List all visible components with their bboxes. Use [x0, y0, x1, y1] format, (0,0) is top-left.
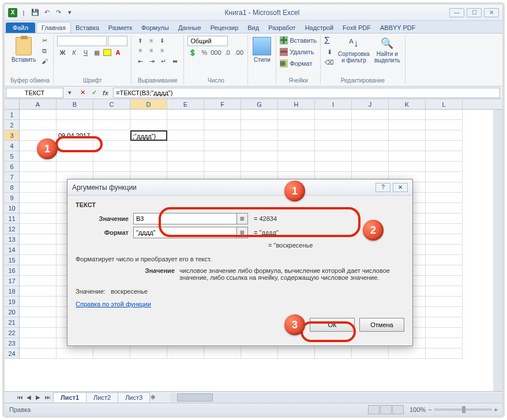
- cell[interactable]: [426, 224, 463, 234]
- cell[interactable]: [20, 110, 57, 120]
- col-header[interactable]: L: [426, 99, 463, 109]
- col-header[interactable]: A: [20, 99, 57, 109]
- sheet-nav-next-icon[interactable]: ▶: [35, 394, 44, 400]
- cell[interactable]: [278, 348, 315, 359]
- row-header[interactable]: 1: [5, 110, 19, 120]
- cell[interactable]: [389, 120, 426, 130]
- cell[interactable]: [20, 307, 57, 317]
- name-box[interactable]: [6, 88, 63, 98]
- cell[interactable]: [204, 110, 241, 120]
- cell[interactable]: [352, 162, 389, 172]
- sheet-tab[interactable]: Лист2: [86, 392, 118, 402]
- autosum-icon[interactable]: Σ: [324, 36, 335, 46]
- cell[interactable]: [20, 348, 57, 359]
- cell[interactable]: [352, 151, 389, 162]
- wrap-icon[interactable]: ↵: [158, 57, 168, 66]
- cell[interactable]: [426, 172, 463, 182]
- cell[interactable]: [426, 276, 463, 286]
- cell[interactable]: [93, 120, 130, 130]
- dialog-ok-button[interactable]: ОК: [310, 318, 355, 332]
- styles-button[interactable]: Стили: [251, 36, 272, 64]
- cell[interactable]: [389, 348, 426, 359]
- cell[interactable]: [20, 193, 57, 203]
- col-header[interactable]: I: [315, 99, 352, 109]
- cells-insert-button[interactable]: ➕Вставить: [280, 36, 317, 45]
- cell[interactable]: [130, 110, 167, 120]
- cell[interactable]: [241, 348, 278, 359]
- bold-icon[interactable]: Ж: [57, 48, 67, 57]
- tab-home[interactable]: Главная: [36, 22, 71, 33]
- tab-formulas[interactable]: Формулы: [137, 22, 174, 33]
- cell[interactable]: [426, 130, 463, 141]
- col-header[interactable]: B: [57, 99, 93, 109]
- cell[interactable]: [278, 141, 315, 151]
- sheet-nav-first-icon[interactable]: ⏮: [16, 394, 25, 400]
- cell[interactable]: [20, 182, 57, 193]
- dialog-cancel-button[interactable]: Отмена: [359, 318, 404, 332]
- cell[interactable]: [57, 120, 93, 130]
- cell[interactable]: [426, 338, 463, 348]
- cell[interactable]: [167, 162, 204, 172]
- cell[interactable]: [204, 130, 241, 141]
- col-header[interactable]: E: [167, 99, 204, 109]
- cell[interactable]: [315, 151, 352, 162]
- cell[interactable]: [426, 307, 463, 317]
- row-header[interactable]: 18: [5, 286, 19, 297]
- align-right-icon[interactable]: ≡: [157, 46, 167, 55]
- cell[interactable]: [204, 348, 241, 359]
- cell[interactable]: [167, 141, 204, 151]
- row-header[interactable]: 19: [5, 297, 19, 307]
- cell[interactable]: [352, 348, 389, 359]
- formula-input[interactable]: [113, 88, 500, 98]
- fill-icon[interactable]: ⬇: [324, 47, 335, 57]
- cell[interactable]: [426, 255, 463, 265]
- cell[interactable]: [204, 141, 241, 151]
- cell[interactable]: [204, 162, 241, 172]
- cell[interactable]: [315, 130, 352, 141]
- arg1-input[interactable]: [133, 213, 237, 224]
- number-format-select[interactable]: [187, 36, 228, 46]
- align-center-icon[interactable]: ≡: [146, 46, 156, 55]
- arg1-range-button[interactable]: ⊞: [236, 213, 248, 224]
- cell[interactable]: [241, 162, 278, 172]
- cell[interactable]: [93, 141, 130, 151]
- inc-decimal-icon[interactable]: .0: [222, 48, 232, 57]
- cell[interactable]: [130, 151, 167, 162]
- sheet-tab[interactable]: Лист1: [53, 392, 87, 402]
- row-header[interactable]: 7: [5, 172, 19, 182]
- cell[interactable]: [426, 141, 463, 151]
- row-header[interactable]: 6: [5, 162, 19, 172]
- cell[interactable]: [352, 110, 389, 120]
- row-header[interactable]: 23: [5, 338, 19, 348]
- cell[interactable]: [426, 297, 463, 307]
- dialog-close-button[interactable]: ✕: [393, 183, 408, 192]
- cell[interactable]: [57, 162, 93, 172]
- tab-review[interactable]: Рецензир: [206, 22, 243, 33]
- col-header[interactable]: K: [389, 99, 426, 109]
- name-box-dropdown-icon[interactable]: ▾: [65, 88, 75, 97]
- sort-filter-button[interactable]: ᴬ↓ Сортировка и фильтр: [337, 36, 371, 65]
- cell[interactable]: [20, 120, 57, 130]
- cell[interactable]: [426, 317, 463, 328]
- cell[interactable]: [20, 297, 57, 307]
- row-header[interactable]: 16: [5, 265, 19, 276]
- cell[interactable]: [315, 348, 352, 359]
- font-size-select[interactable]: [108, 36, 127, 46]
- cell[interactable]: [167, 130, 204, 141]
- row-header[interactable]: 3: [5, 130, 19, 141]
- cell[interactable]: [130, 120, 167, 130]
- cell[interactable]: [167, 120, 204, 130]
- row-header[interactable]: 22: [5, 328, 19, 338]
- cell[interactable]: [167, 151, 204, 162]
- row-header[interactable]: 12: [5, 224, 19, 234]
- cell[interactable]: [93, 130, 130, 141]
- col-header[interactable]: F: [204, 99, 241, 109]
- clear-icon[interactable]: ⌫: [324, 58, 335, 67]
- dialog-help-link[interactable]: Справка по этой функции: [76, 301, 151, 308]
- cell[interactable]: 09.04.2017: [57, 130, 93, 141]
- cell[interactable]: [57, 151, 93, 162]
- cell[interactable]: [389, 130, 426, 141]
- cell[interactable]: [130, 348, 167, 359]
- col-header[interactable]: G: [241, 99, 278, 109]
- cell[interactable]: [20, 328, 57, 338]
